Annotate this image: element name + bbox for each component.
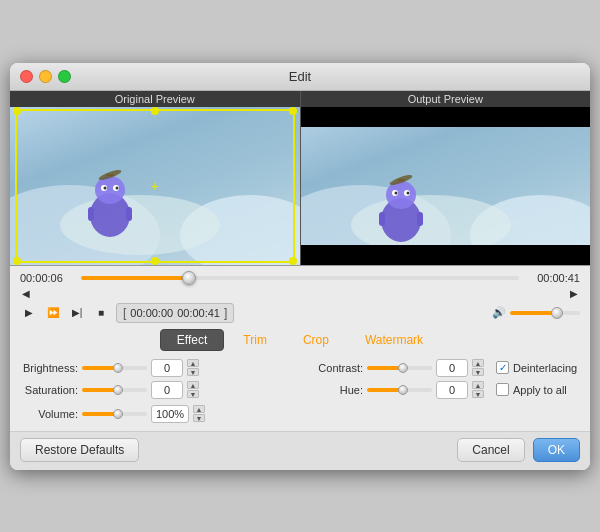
volume-param-thumb[interactable] <box>113 409 123 419</box>
saturation-up[interactable]: ▲ <box>187 381 199 389</box>
original-preview-content: + <box>10 107 300 265</box>
svg-point-15 <box>406 191 409 194</box>
saturation-row: Saturation: ▲ ▼ <box>20 381 295 399</box>
bracket-start-time: 00:00:00 <box>130 307 173 319</box>
ok-button[interactable]: OK <box>533 438 580 462</box>
black-bar-bottom <box>301 245 591 265</box>
titlebar-buttons <box>20 70 71 83</box>
tab-effect[interactable]: Effect <box>160 329 224 351</box>
volume-section: 🔊 <box>492 306 580 319</box>
apply-all-label: Apply to all <box>513 384 567 396</box>
brightness-stepper[interactable]: ▲ ▼ <box>187 359 199 376</box>
timeline-slider[interactable] <box>81 276 519 280</box>
apply-all-checkbox[interactable] <box>496 383 509 396</box>
contrast-slider[interactable] <box>367 366 432 370</box>
frame-button[interactable]: ▶| <box>68 304 86 322</box>
output-preview-pane: Output Preview <box>301 91 591 265</box>
volume-label: Volume: <box>20 408 78 420</box>
svg-point-14 <box>394 191 397 194</box>
bottom-row: Restore Defaults Cancel OK <box>10 431 590 470</box>
svg-point-1 <box>95 176 125 204</box>
play-button[interactable]: ▶ <box>20 304 38 322</box>
volume-up[interactable]: ▲ <box>193 405 205 413</box>
brightness-thumb[interactable] <box>113 363 123 373</box>
restore-defaults-button[interactable]: Restore Defaults <box>20 438 139 462</box>
output-preview-label: Output Preview <box>301 91 591 107</box>
hue-input[interactable] <box>436 381 468 399</box>
hue-slider[interactable] <box>367 388 432 392</box>
brightness-label: Brightness: <box>20 362 78 374</box>
stop-button[interactable]: ■ <box>92 304 110 322</box>
volume-param-slider[interactable] <box>82 412 147 416</box>
volume-icon: 🔊 <box>492 306 506 319</box>
timeline-row: 00:00:06 00:00:41 <box>20 272 580 284</box>
bracket-end-time: 00:00:41 <box>177 307 220 319</box>
arrow-left-icon[interactable]: ◀ <box>22 288 30 299</box>
saturation-input[interactable] <box>151 381 183 399</box>
svg-rect-18 <box>379 212 385 226</box>
contrast-up[interactable]: ▲ <box>472 359 484 367</box>
crop-handle-tl[interactable] <box>13 107 21 115</box>
arrow-row: ◀ ▶ <box>20 288 580 299</box>
hue-stepper[interactable]: ▲ ▼ <box>472 381 484 398</box>
hue-thumb[interactable] <box>398 385 408 395</box>
fast-forward-button[interactable]: ⏩ <box>44 304 62 322</box>
tab-trim[interactable]: Trim <box>226 329 284 351</box>
apply-all-row: Apply to all <box>496 383 567 396</box>
volume-input[interactable] <box>151 405 189 423</box>
hue-down[interactable]: ▼ <box>472 390 484 398</box>
contrast-down[interactable]: ▼ <box>472 368 484 376</box>
titlebar: Edit <box>10 63 590 91</box>
brightness-row: Brightness: ▲ ▼ <box>20 359 295 377</box>
window-title: Edit <box>289 69 311 84</box>
brightness-up[interactable]: ▲ <box>187 359 199 367</box>
svg-point-5 <box>116 186 119 189</box>
cancel-button[interactable]: Cancel <box>457 438 524 462</box>
timeline-thumb[interactable] <box>182 271 196 285</box>
bracket-open-icon[interactable]: [ <box>123 306 126 320</box>
volume-stepper[interactable]: ▲ ▼ <box>193 405 205 422</box>
saturation-down[interactable]: ▼ <box>187 390 199 398</box>
dialog-buttons: Cancel OK <box>457 438 580 462</box>
contrast-input[interactable] <box>436 359 468 377</box>
arrow-right-icon[interactable]: ▶ <box>570 288 578 299</box>
controls-area: 00:00:06 00:00:41 ◀ ▶ ▶ ⏩ ▶| ■ [ 00:00:0… <box>10 266 590 431</box>
volume-slider[interactable] <box>510 311 580 315</box>
crop-handle-tr[interactable] <box>289 107 297 115</box>
original-preview-label: Original Preview <box>10 91 300 107</box>
tabs-row: Effect Trim Crop Watermark <box>20 329 580 351</box>
contrast-stepper[interactable]: ▲ ▼ <box>472 359 484 376</box>
timeline-start: 00:00:06 <box>20 272 75 284</box>
brightness-input[interactable] <box>151 359 183 377</box>
hue-up[interactable]: ▲ <box>472 381 484 389</box>
saturation-thumb[interactable] <box>113 385 123 395</box>
crop-handle-bc[interactable] <box>151 257 159 265</box>
deinterlacing-checkbox[interactable]: ✓ <box>496 361 509 374</box>
brightness-slider[interactable] <box>82 366 147 370</box>
bracket-close-icon[interactable]: ] <box>224 306 227 320</box>
tab-crop[interactable]: Crop <box>286 329 346 351</box>
saturation-stepper[interactable]: ▲ ▼ <box>187 381 199 398</box>
minimize-button[interactable] <box>39 70 52 83</box>
crop-handle-tc[interactable] <box>151 107 159 115</box>
brightness-down[interactable]: ▼ <box>187 368 199 376</box>
character-svg <box>70 155 150 245</box>
tab-watermark[interactable]: Watermark <box>348 329 440 351</box>
saturation-label: Saturation: <box>20 384 78 396</box>
volume-down[interactable]: ▼ <box>193 414 205 422</box>
saturation-slider[interactable] <box>82 388 147 392</box>
output-preview-content <box>301 107 591 265</box>
volume-thumb[interactable] <box>551 307 563 319</box>
close-button[interactable] <box>20 70 33 83</box>
playback-row: ▶ ⏩ ▶| ■ [ 00:00:00 00:00:41 ] 🔊 <box>20 303 580 323</box>
svg-point-4 <box>104 186 107 189</box>
contrast-row: Contrast: ▲ ▼ ✓ Deinterlacing <box>305 359 580 377</box>
original-scene: + <box>10 107 300 265</box>
crop-center-icon: + <box>151 178 159 194</box>
params-grid: Brightness: ▲ ▼ Contrast: ▲ <box>20 359 580 399</box>
contrast-thumb[interactable] <box>398 363 408 373</box>
maximize-button[interactable] <box>58 70 71 83</box>
timeline-end: 00:00:41 <box>525 272 580 284</box>
bracket-section: [ 00:00:00 00:00:41 ] <box>116 303 234 323</box>
contrast-label: Contrast: <box>305 362 363 374</box>
